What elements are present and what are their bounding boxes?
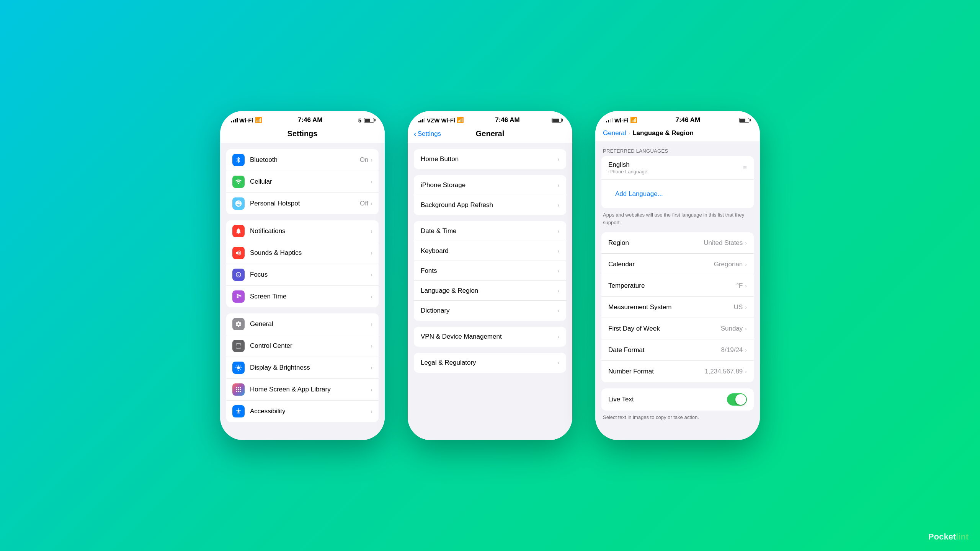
status-right-2 [551,118,562,123]
settings-item-cellular[interactable]: Cellular › [226,171,379,193]
numberformat-value: 1,234,567.89 [705,368,743,375]
iphonestorage-label: iPhone Storage [421,181,557,189]
general-item-legal[interactable]: Legal & Regulatory › [414,353,566,373]
english-sublabel: iPhone Language [608,169,738,174]
general-group-vpn: VPN & Device Management › [414,327,566,347]
breadcrumb-current: Language & Region [632,129,694,137]
time-1: 7:46 AM [298,116,323,124]
lang-item-english[interactable]: English iPhone Language ≡ [601,156,754,180]
keyboard-label: Keyboard [421,247,557,255]
bgrefresh-label: Background App Refresh [421,201,557,209]
livetext-group: Live Text [601,388,754,411]
focus-icon [232,269,245,281]
wifi-icon-3: 📶 [630,117,637,124]
bluetooth-value: On [360,156,369,164]
watermark: Pocketlint [928,532,969,542]
phone-3: Wi-Fi 📶 7:46 AM General › Language & Reg… [595,111,760,440]
settings-item-sounds[interactable]: Sounds & Haptics › [226,242,379,264]
numberformat-item[interactable]: Number Format 1,234,567.89 › [601,361,754,382]
calendar-item[interactable]: Calendar Gregorian › [601,254,754,275]
signal-icon-3 [606,117,613,124]
accessibility-label: Accessibility [250,408,371,415]
region-item[interactable]: Region United States › [601,232,754,254]
region-value: United States [704,239,743,247]
sounds-label: Sounds & Haptics [250,249,371,257]
dateformat-item[interactable]: Date Format 8/19/24 › [601,339,754,361]
controlcenter-label: Control Center [250,342,371,350]
datetime-label: Date & Time [421,227,557,235]
temperature-value: °F [736,282,743,290]
settings-content[interactable]: Bluetooth On › Cellular › Personal Hotsp… [220,143,385,440]
preferred-languages-header: PREFERRED LANGUAGES [595,142,760,156]
general-item-languageregion[interactable]: Language & Region › [414,281,566,301]
notifications-chevron: › [371,228,372,234]
phone-2: VZW Wi-Fi 📶 7:46 AM ‹ Settings General H… [408,111,572,440]
add-language-item[interactable]: Add Language... [601,180,754,208]
carrier-2: VZW Wi-Fi [427,117,455,124]
settings-item-bluetooth[interactable]: Bluetooth On › [226,149,379,171]
breadcrumb-parent[interactable]: General [603,129,626,137]
settings-item-controlcenter[interactable]: Control Center › [226,335,379,357]
breadcrumb-chevron: › [628,130,630,136]
general-group-storage: iPhone Storage › Background App Refresh … [414,175,566,215]
settings-item-notifications[interactable]: Notifications › [226,220,379,242]
breadcrumb-3: General › Language & Region [603,129,694,137]
settings-item-focus[interactable]: Focus › [226,264,379,286]
livetext-toggle[interactable] [727,393,747,406]
back-chevron-2: ‹ [414,130,416,137]
english-label: English [608,161,738,169]
signal-icon-2 [418,117,425,124]
general-item-dictionary[interactable]: Dictionary › [414,301,566,321]
cellular-label: Cellular [250,178,368,186]
general-item-keyboard[interactable]: Keyboard › [414,241,566,261]
accessibility-icon [232,405,245,417]
focus-label: Focus [250,271,371,279]
settings-item-hotspot[interactable]: Personal Hotspot Off › [226,193,379,214]
status-right-1: 5 [358,117,374,124]
back-button-2[interactable]: ‹ Settings [414,130,441,138]
firstdayofweek-item[interactable]: First Day of Week Sunday › [601,318,754,339]
settings-item-screentime[interactable]: Screen Time › [226,286,379,307]
dictionary-label: Dictionary [421,307,557,315]
general-item-datetime[interactable]: Date & Time › [414,221,566,241]
temperature-item[interactable]: Temperature °F › [601,275,754,297]
settings-item-homescreen[interactable]: Home Screen & App Library › [226,379,379,401]
nav-title-1: Settings [287,129,318,138]
dateformat-label: Date Format [608,346,721,354]
status-bar-3: Wi-Fi 📶 7:46 AM [595,111,760,127]
nav-bar-2: ‹ Settings General [408,127,572,143]
back-label-2: Settings [418,130,441,138]
general-item-bgrefresh[interactable]: Background App Refresh › [414,195,566,215]
sounds-chevron: › [371,250,372,256]
battery-icon-2 [552,118,562,123]
settings-group-general: General › Control Center › Display & Bri… [226,313,379,422]
wifi-icon-1: 📶 [255,117,262,124]
general-item-homebutton[interactable]: Home Button › [414,149,566,169]
measurement-value: US [734,303,743,311]
battery-icon-1 [364,118,374,123]
hotspot-chevron: › [371,201,372,207]
homebutton-label: Home Button [421,155,557,163]
general-item-vpn[interactable]: VPN & Device Management › [414,327,566,347]
settings-item-display[interactable]: Display & Brightness › [226,357,379,379]
language-region-content[interactable]: PREFERRED LANGUAGES English iPhone Langu… [595,142,760,440]
settings-item-accessibility[interactable]: Accessibility › [226,401,379,422]
settings-item-general[interactable]: General › [226,313,379,335]
hotspot-icon [232,197,245,210]
languageregion-label: Language & Region [421,287,557,295]
settings-group-notifications: Notifications › Sounds & Haptics › Focus… [226,220,379,307]
region-label: Region [608,239,704,247]
status-left-2: VZW Wi-Fi 📶 [418,117,464,124]
watermark-lint: lint [956,532,969,541]
livetext-item[interactable]: Live Text [601,388,754,411]
general-icon [232,318,245,330]
sounds-icon [232,247,245,259]
vpn-label: VPN & Device Management [421,333,557,341]
measurement-item[interactable]: Measurement System US › [601,297,754,318]
notifications-icon [232,225,245,237]
carrier-1: Wi-Fi [239,117,253,124]
fonts-label: Fonts [421,267,557,275]
general-content[interactable]: Home Button › iPhone Storage › Backgroun… [408,143,572,440]
general-item-iphonestorage[interactable]: iPhone Storage › [414,175,566,195]
general-item-fonts[interactable]: Fonts › [414,261,566,281]
